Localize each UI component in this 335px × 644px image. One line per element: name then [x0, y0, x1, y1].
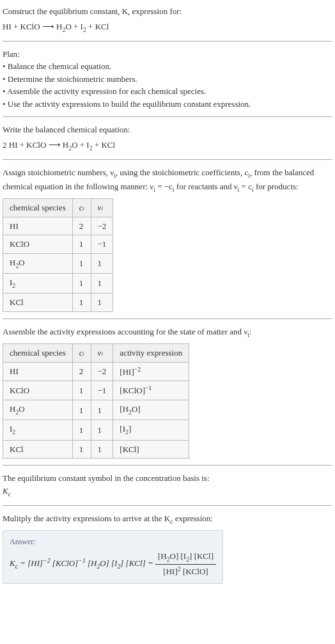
ci-cell: 1 [72, 274, 91, 294]
multiply-section: Mulitply the activity expressions to arr… [3, 512, 332, 584]
species-cell: HI [3, 362, 73, 381]
answer-expression: Kc = [HI]−2 [KClO]−1 [H2O] [I2] [KCl] = … [10, 550, 216, 578]
symbol-value: Kc [3, 485, 332, 499]
ci-cell: 2 [72, 217, 91, 235]
table-row: KCl 1 1 [3, 294, 113, 312]
nui-cell: −2 [91, 217, 113, 235]
table-header: chemical species [3, 344, 73, 363]
species-cell: HI [3, 217, 73, 235]
nui-cell: 1 [91, 274, 113, 294]
answer-box: Answer: Kc = [HI]−2 [KClO]−1 [H2O] [I2] … [3, 530, 223, 584]
ci-cell: 1 [72, 440, 91, 459]
intro-line: Construct the equilibrium constant, K, e… [3, 5, 332, 18]
table-row: KClO 1 −1 [KClO]−1 [3, 381, 189, 400]
expr-cell: [H2O] [113, 400, 189, 420]
intro-section: Construct the equilibrium constant, K, e… [3, 5, 332, 35]
divider [3, 318, 332, 319]
table-header: νᵢ [91, 344, 113, 363]
activity-table: chemical species cᵢ νᵢ activity expressi… [3, 343, 189, 459]
balanced-heading: Write the balanced chemical equation: [3, 123, 332, 136]
symbol-section: The equilibrium constant symbol in the c… [3, 472, 332, 499]
ci-cell: 1 [72, 420, 91, 440]
nui-cell: 1 [91, 294, 113, 312]
expr-cell: [HI]−2 [113, 362, 189, 381]
nui-cell: 1 [91, 253, 113, 273]
stoich-table: chemical species cᵢ νᵢ HI 2 −2 KClO 1 −1… [3, 198, 113, 311]
expr-cell: [KClO]−1 [113, 381, 189, 400]
assign-section: Assign stoichiometric numbers, νi, using… [3, 166, 332, 312]
ci-cell: 2 [72, 362, 91, 381]
answer-fraction: [H2O] [I2] [KCl] [HI]2 [KClO] [155, 550, 216, 578]
table-header: cᵢ [72, 199, 91, 217]
activity-section: Assemble the activity expressions accoun… [3, 326, 332, 459]
table-row: H2O 1 1 [H2O] [3, 400, 189, 420]
ci-cell: 1 [72, 381, 91, 400]
assign-paragraph: Assign stoichiometric numbers, νi, using… [3, 166, 332, 194]
nui-cell: 1 [91, 400, 113, 420]
divider [3, 465, 332, 466]
fraction-numerator: [H2O] [I2] [KCl] [155, 550, 216, 565]
table-row: KClO 1 −1 [3, 235, 113, 254]
divider [3, 41, 332, 42]
ci-cell: 1 [72, 235, 91, 254]
table-header: activity expression [113, 344, 189, 363]
table-row: I2 1 1 [3, 274, 113, 294]
fraction-denominator: [HI]2 [KClO] [155, 565, 216, 578]
plan-item: Determine the stoichiometric numbers. [3, 73, 332, 86]
multiply-heading: Mulitply the activity expressions to arr… [3, 512, 332, 526]
table-row: KCl 1 1 [KCl] [3, 440, 189, 459]
divider [3, 116, 332, 117]
table-header: cᵢ [72, 344, 91, 363]
nui-cell: 1 [91, 420, 113, 440]
nui-cell: −2 [91, 362, 113, 381]
table-header: νᵢ [91, 199, 113, 217]
table-header: chemical species [3, 199, 73, 217]
ci-cell: 1 [72, 294, 91, 312]
divider [3, 505, 332, 506]
activity-heading: Assemble the activity expressions accoun… [3, 326, 332, 340]
ci-cell: 1 [72, 253, 91, 273]
species-cell: KCl [3, 294, 73, 312]
intro-equation: HI + KClO ⟶ H2O + I2 + KCl [3, 20, 332, 35]
species-cell: KClO [3, 381, 73, 400]
symbol-heading: The equilibrium constant symbol in the c… [3, 472, 332, 485]
table-row: H2O 1 1 [3, 253, 113, 273]
nui-cell: −1 [91, 235, 113, 254]
plan-item: Assemble the activity expression for eac… [3, 85, 332, 98]
species-cell: H2O [3, 253, 73, 273]
species-cell: I2 [3, 420, 73, 440]
species-cell: KClO [3, 235, 73, 254]
table-row: HI 2 −2 [3, 217, 113, 235]
answer-lhs: Kc = [HI]−2 [KClO]−1 [H2O] [I2] [KCl] = [10, 558, 153, 568]
divider [3, 159, 332, 160]
expr-cell: [KCl] [113, 440, 189, 459]
species-cell: KCl [3, 440, 73, 459]
nui-cell: −1 [91, 381, 113, 400]
balanced-section: Write the balanced chemical equation: 2 … [3, 123, 332, 153]
species-cell: H2O [3, 400, 73, 420]
plan-list: Balance the chemical equation. Determine… [3, 60, 332, 110]
ci-cell: 1 [72, 400, 91, 420]
plan-heading: Plan: [3, 48, 332, 61]
plan-section: Plan: Balance the chemical equation. Det… [3, 48, 332, 111]
species-cell: I2 [3, 274, 73, 294]
balanced-equation: 2 HI + KClO ⟶ H2O + I2 + KCl [3, 139, 332, 153]
nui-cell: 1 [91, 440, 113, 459]
plan-item: Balance the chemical equation. [3, 60, 332, 73]
table-row: HI 2 −2 [HI]−2 [3, 362, 189, 381]
expr-cell: [I2] [113, 420, 189, 440]
table-row: I2 1 1 [I2] [3, 420, 189, 440]
answer-label: Answer: [10, 536, 216, 547]
plan-item: Use the activity expressions to build th… [3, 98, 332, 111]
